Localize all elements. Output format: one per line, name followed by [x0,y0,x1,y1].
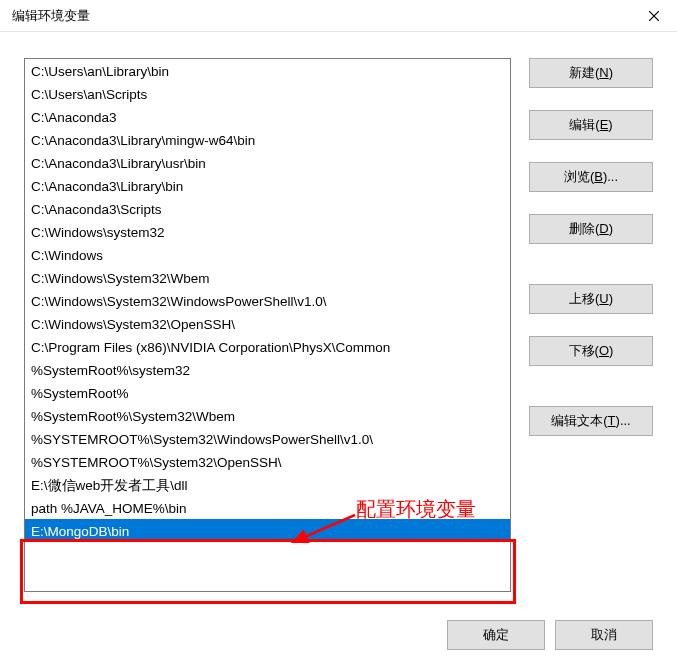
path-list-container: C:\Users\an\Library\binC:\Users\an\Scrip… [24,58,511,592]
cancel-button[interactable]: 取消 [555,620,653,650]
path-list-item[interactable]: E:\MongoDB\bin [25,519,510,542]
path-list-item[interactable]: E:\微信web开发者工具\dll [25,473,510,496]
dialog-footer: 确定 取消 [0,606,677,664]
dialog-content: C:\Users\an\Library\binC:\Users\an\Scrip… [0,32,677,592]
close-icon [649,11,659,21]
path-list-item[interactable]: %SYSTEMROOT%\System32\OpenSSH\ [25,450,510,473]
path-list-item[interactable]: %SystemRoot% [25,381,510,404]
button-column: 新建(N) 编辑(E) 浏览(B)... 删除(D) 上移(U) 下移(O) 编… [529,58,653,592]
edit-button[interactable]: 编辑(E) [529,110,653,140]
edit-text-button[interactable]: 编辑文本(T)... [529,406,653,436]
path-list-item[interactable]: path %JAVA_HOME%\bin [25,496,510,519]
path-list-item[interactable]: C:\Windows\System32\Wbem [25,266,510,289]
path-list-item[interactable]: C:\Windows [25,243,510,266]
path-list-item[interactable]: %SystemRoot%\System32\Wbem [25,404,510,427]
delete-button[interactable]: 删除(D) [529,214,653,244]
path-list-item[interactable]: C:\Program Files (x86)\NVIDIA Corporatio… [25,335,510,358]
path-list-item[interactable]: C:\Windows\System32\OpenSSH\ [25,312,510,335]
new-button[interactable]: 新建(N) [529,58,653,88]
path-list[interactable]: C:\Users\an\Library\binC:\Users\an\Scrip… [25,59,510,591]
titlebar: 编辑环境变量 [0,0,677,32]
path-list-item[interactable]: C:\Anaconda3\Scripts [25,197,510,220]
path-list-item[interactable]: C:\Users\an\Scripts [25,82,510,105]
path-list-item[interactable]: C:\Anaconda3\Library\usr\bin [25,151,510,174]
path-list-item[interactable]: C:\Anaconda3\Library\bin [25,174,510,197]
path-list-item[interactable]: C:\Anaconda3 [25,105,510,128]
path-list-item[interactable]: %SYSTEMROOT%\System32\WindowsPowerShell\… [25,427,510,450]
close-button[interactable] [631,0,677,32]
path-list-item[interactable]: C:\Users\an\Library\bin [25,59,510,82]
path-list-item[interactable]: C:\Windows\system32 [25,220,510,243]
move-up-button[interactable]: 上移(U) [529,284,653,314]
move-down-button[interactable]: 下移(O) [529,336,653,366]
browse-button[interactable]: 浏览(B)... [529,162,653,192]
path-list-item[interactable]: %SystemRoot%\system32 [25,358,510,381]
path-list-item[interactable]: C:\Anaconda3\Library\mingw-w64\bin [25,128,510,151]
window-title: 编辑环境变量 [12,7,90,25]
ok-button[interactable]: 确定 [447,620,545,650]
path-list-empty-row[interactable] [25,542,510,565]
path-list-item[interactable]: C:\Windows\System32\WindowsPowerShell\v1… [25,289,510,312]
